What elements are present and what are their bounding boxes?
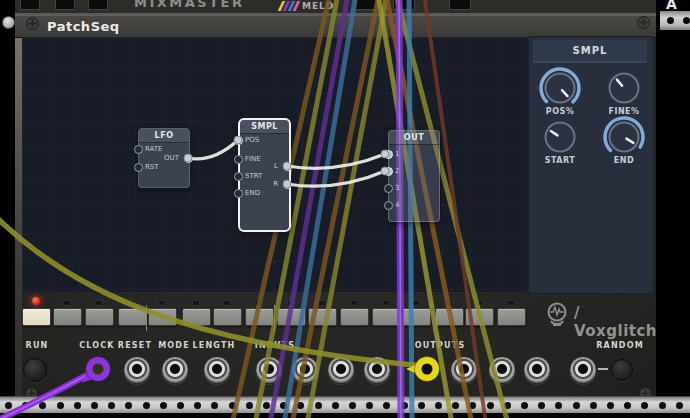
rail-hole	[590, 402, 597, 409]
rail-hole	[418, 402, 425, 409]
rail-hole	[521, 402, 528, 409]
step-led-8	[255, 300, 263, 306]
rail-hole	[332, 402, 339, 409]
rail-hole	[573, 402, 580, 409]
random-jack[interactable]	[569, 356, 597, 384]
step-led-14	[445, 300, 453, 306]
run-button[interactable]	[23, 358, 47, 382]
module-separator	[15, 13, 656, 15]
cable-plug-end	[2, 16, 15, 29]
input-jack-4[interactable]	[363, 356, 391, 384]
voxglitch-skull-icon	[544, 301, 572, 329]
input-jack-1[interactable]	[255, 356, 283, 384]
output-jack-3[interactable]	[488, 356, 516, 384]
rack-bottom-gap	[0, 413, 690, 418]
rail-hole	[383, 402, 390, 409]
rack-left-gap	[0, 0, 15, 397]
length-jack[interactable]	[203, 356, 231, 384]
step-button-4[interactable]	[118, 308, 147, 326]
module-pad	[449, 0, 471, 10]
step-button-5[interactable]	[148, 308, 177, 326]
step-button-7[interactable]	[213, 308, 242, 326]
output-jack-2[interactable]	[450, 356, 478, 384]
step-button-13[interactable]	[402, 308, 431, 326]
step-button-8[interactable]	[245, 308, 274, 326]
input-jack-3[interactable]	[327, 356, 355, 384]
rail-hole	[125, 402, 132, 409]
rail-hole	[624, 402, 631, 409]
knob-body	[610, 74, 639, 103]
step-group-separator	[400, 305, 401, 331]
knob-body	[610, 123, 639, 152]
rail-hole	[160, 402, 167, 409]
step-button-14[interactable]	[435, 308, 464, 326]
rail-hole	[22, 402, 29, 409]
knob-body	[546, 123, 575, 152]
rail-hole	[315, 402, 322, 409]
screw-icon	[637, 14, 650, 27]
reset-jack[interactable]	[123, 356, 151, 384]
rail-hole	[74, 402, 81, 409]
label-outputs: OUTPUTS	[395, 341, 485, 350]
meld-module-label: MELD	[302, 1, 334, 11]
vcv-rack-window: MIXMASTER MELD PatchSeq SMPL / Voxglitch…	[0, 0, 690, 418]
step-button-3[interactable]	[85, 308, 114, 326]
step-button-12[interactable]	[372, 308, 401, 326]
step-group-separator	[146, 305, 147, 331]
rail-hole	[91, 402, 98, 409]
mode-jack[interactable]	[161, 356, 189, 384]
step-button-1[interactable]	[22, 308, 51, 326]
rail-hole	[555, 402, 562, 409]
rail-hole	[143, 402, 150, 409]
knob-end[interactable]	[599, 112, 649, 162]
knob-body	[546, 74, 575, 103]
rail-hole	[211, 402, 218, 409]
step-button-2[interactable]	[53, 308, 82, 326]
step-button-6[interactable]	[182, 308, 211, 326]
step-button-10[interactable]	[308, 308, 337, 326]
voxglitch-logo: / Voxglitch	[544, 301, 654, 329]
step-led-16	[507, 300, 515, 306]
rail-hole	[366, 402, 373, 409]
step-led-12	[382, 300, 390, 306]
step-led-7	[223, 300, 231, 306]
rail-hole	[435, 402, 442, 409]
panel-title: SMPL	[533, 40, 647, 63]
rack-rail-top-right	[660, 11, 690, 30]
module-pad	[55, 0, 75, 10]
rail-hole	[641, 402, 648, 409]
knob-pos[interactable]	[535, 63, 585, 113]
input-jack-2[interactable]	[291, 356, 319, 384]
rail-hole	[538, 402, 545, 409]
step-button-16[interactable]	[497, 308, 526, 326]
brand-label: / Voxglitch	[574, 304, 657, 340]
knob-label: END	[592, 156, 656, 165]
module-pad	[355, 0, 377, 10]
random-dash-divider	[598, 368, 608, 370]
rail-hole	[667, 17, 674, 24]
rail-hole	[401, 402, 408, 409]
rail-hole	[487, 402, 494, 409]
rail-hole	[177, 402, 184, 409]
knob-fine[interactable]	[599, 63, 649, 113]
rail-hole	[5, 402, 12, 409]
step-led-1	[32, 297, 40, 305]
step-button-9[interactable]	[277, 308, 306, 326]
random-button[interactable]	[611, 359, 633, 381]
knob-start[interactable]	[535, 112, 585, 162]
rail-hole	[659, 402, 666, 409]
step-led-3	[95, 300, 103, 306]
node-editor-canvas[interactable]	[22, 37, 528, 292]
rack-right-gap: A	[656, 0, 690, 397]
output-jack-4[interactable]	[523, 356, 551, 384]
step-led-5	[158, 300, 166, 306]
step-button-11[interactable]	[340, 308, 369, 326]
step-led-13	[412, 300, 420, 306]
module-pad	[88, 0, 108, 10]
rail-hole	[229, 402, 236, 409]
rail-hole	[504, 402, 511, 409]
screw-icon	[26, 15, 39, 28]
rail-hole	[108, 402, 115, 409]
step-button-15[interactable]	[465, 308, 494, 326]
step-led-15	[475, 300, 483, 306]
